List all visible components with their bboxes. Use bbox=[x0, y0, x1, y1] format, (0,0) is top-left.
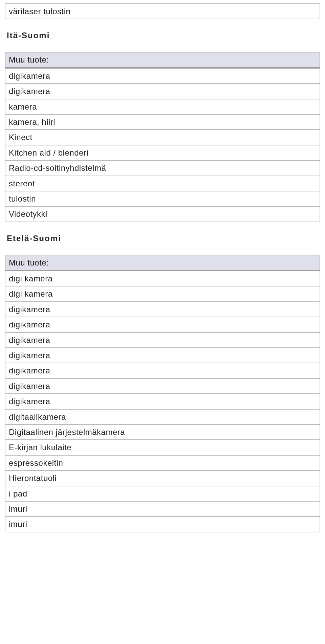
intro-table: värilaser tulostin bbox=[5, 3, 320, 19]
table-row: Kitchen aid / blenderi bbox=[5, 145, 320, 161]
table-row: kamera, hiiri bbox=[5, 115, 320, 130]
table-row: i pad bbox=[5, 486, 320, 502]
table-row: Videotykki bbox=[5, 207, 320, 222]
table-header: Muu tuote: bbox=[5, 52, 320, 68]
table-row: Radio-cd-soitinyhdistelmä bbox=[5, 161, 320, 176]
data-table: Muu tuote:digi kameradigi kameradigikame… bbox=[5, 255, 320, 532]
table-row: imuri bbox=[5, 517, 320, 532]
table-row: digikamera bbox=[5, 68, 320, 84]
table-row: digikamera bbox=[5, 363, 320, 378]
table-row: digikamera bbox=[5, 394, 320, 409]
table-row: digitaalikamera bbox=[5, 410, 320, 425]
table-row: kamera bbox=[5, 99, 320, 115]
section-title: Itä-Suomi bbox=[7, 31, 320, 40]
table-header: Muu tuote: bbox=[5, 255, 320, 271]
section-title: Etelä-Suomi bbox=[7, 234, 320, 243]
table-row: Kinect bbox=[5, 130, 320, 145]
table-row: värilaser tulostin bbox=[5, 3, 320, 19]
table-row: digikamera bbox=[5, 84, 320, 99]
table-row: digikamera bbox=[5, 333, 320, 348]
table-row: Digitaalinen järjestelmäkamera bbox=[5, 425, 320, 440]
table-row: digikamera bbox=[5, 317, 320, 332]
table-row: E-kirjan lukulaite bbox=[5, 440, 320, 455]
table-row: tulostin bbox=[5, 191, 320, 207]
table-row: stereot bbox=[5, 176, 320, 191]
table-row: imuri bbox=[5, 502, 320, 517]
table-row: digi kamera bbox=[5, 271, 320, 286]
table-row: espressokeitin bbox=[5, 456, 320, 471]
data-table: Muu tuote:digikameradigikamerakamerakame… bbox=[5, 52, 320, 222]
table-row: digikamera bbox=[5, 348, 320, 363]
table-row: digikamera bbox=[5, 379, 320, 394]
table-row: digi kamera bbox=[5, 286, 320, 302]
table-row: Hierontatuoli bbox=[5, 471, 320, 486]
table-row: digikamera bbox=[5, 302, 320, 317]
